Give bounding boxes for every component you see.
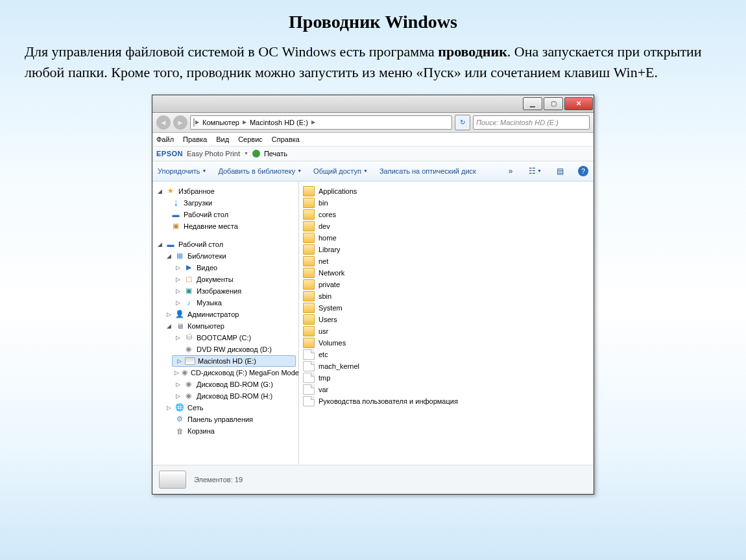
search-placeholder: Поиск: Macintosh HD (E:) [476,119,559,126]
list-item[interactable]: Users [300,314,592,325]
list-item[interactable]: var [300,384,592,395]
print-label[interactable]: Печать [264,150,287,158]
list-item[interactable]: mach_kernel [300,360,592,372]
tree-item[interactable]: ▷◉Дисковод BD-ROM (H:) [152,390,298,402]
list-item[interactable]: private [300,279,592,290]
folder-icon [303,314,315,325]
folder-icon [303,326,315,336]
print-icon [252,150,260,158]
list-item[interactable]: System [300,302,592,314]
folder-icon [303,233,315,243]
tree-item[interactable]: ▷🌐Сеть [152,402,298,414]
tree-item[interactable]: ▷▣Изображения [152,285,298,297]
tree-item[interactable]: ▷♪Музыка [152,297,298,309]
folder-icon [303,303,315,313]
list-item[interactable]: home [300,232,592,244]
menu-bar: Файл Правка Вид Сервис Справка [152,133,594,146]
tree-item[interactable]: ▷◉CD-дисковод (F:) MegaFon Modem [152,367,298,379]
list-item[interactable]: etc [300,349,592,360]
preview-pane-button[interactable]: ▤ [553,165,566,178]
navigation-bar: ◄ ► ▶ Компьютер ▶ Macintosh HD (E:) ▶ ↻ … [152,113,594,133]
window-titlebar: ▁ ▢ ✕ [152,95,594,113]
back-button[interactable]: ◄ [156,115,171,130]
address-bar[interactable]: ▶ Компьютер ▶ Macintosh HD (E:) ▶ [190,115,452,130]
tree-item[interactable]: ▷⛁BOOTCAMP (C:) [152,332,298,344]
list-item[interactable]: sbin [300,290,592,302]
list-item[interactable]: Applications [300,185,592,197]
list-item[interactable]: Library [300,244,592,255]
intro-paragraph: Для управления файловой системой в ОС Wi… [25,41,721,83]
folder-icon [303,268,315,278]
tree-item[interactable]: ▷👤Администратор [152,309,298,320]
menu-view[interactable]: Вид [216,135,229,143]
list-item[interactable]: tmp [300,372,592,384]
menu-edit[interactable]: Правка [183,135,207,143]
search-input[interactable]: Поиск: Macintosh HD (E:) [473,115,590,130]
close-button[interactable]: ✕ [564,97,593,110]
forward-button[interactable]: ► [173,115,187,130]
folder-icon [303,279,315,290]
folder-icon [303,256,315,266]
list-item[interactable]: Network [300,267,592,279]
tree-item[interactable]: ▷◉Дисковод BD-ROM (G:) [152,379,298,390]
tree-item[interactable]: ▣Недавние места [152,220,298,232]
page-title: Проводник Windows [25,12,721,32]
tree-item[interactable]: ▷▢Документы [152,274,298,285]
share-button[interactable]: Общий доступ▼ [313,167,368,175]
refresh-button[interactable]: ↻ [455,115,470,130]
folder-icon [303,291,315,301]
tree-item[interactable]: ◉DVD RW дисковод (D:) [152,344,298,355]
breadcrumb-item[interactable]: Компьютер [200,119,242,126]
status-bar: Элементов: 19 [152,465,594,494]
list-item[interactable]: cores [300,209,592,220]
epson-brand: EPSON [156,150,183,158]
list-item[interactable]: dev [300,220,592,232]
tree-desktop[interactable]: ◢▬Рабочий стол [152,239,298,250]
help-button[interactable]: ? [578,166,588,176]
maximize-button[interactable]: ▢ [544,97,563,110]
folder-icon [303,221,315,231]
tree-item[interactable]: ⚙Панель управления [152,414,298,425]
file-icon [303,361,315,371]
navigation-tree[interactable]: ◢★Избранное ⭳Загрузки ▬Рабочий стол ▣Нед… [152,181,299,465]
tree-item[interactable]: ▷▶Видео [152,262,298,274]
explorer-window: ▁ ▢ ✕ ◄ ► ▶ Компьютер ▶ Macintosh HD (E:… [152,95,594,495]
menu-help[interactable]: Справка [272,135,300,143]
epson-toolbar: EPSON Easy Photo Print ▼ Печать [152,146,594,161]
file-icon [303,373,315,383]
minimize-button[interactable]: ▁ [523,97,542,110]
burn-button[interactable]: Записать на оптический диск [379,167,476,175]
file-list[interactable]: Applications bin cores dev home Library … [299,181,594,465]
breadcrumb-item[interactable]: Macintosh HD (E:) [247,119,311,126]
file-icon [303,349,315,360]
tree-favorites[interactable]: ◢★Избранное [152,185,298,197]
tree-item[interactable]: ▬Рабочий стол [152,209,298,220]
view-options-button[interactable]: ☷▼ [529,165,542,178]
epson-product[interactable]: Easy Photo Print [187,150,240,158]
folder-icon [303,198,315,208]
tree-item[interactable]: 🗑Корзина [152,425,298,437]
tree-computer[interactable]: ◢🖥Компьютер [152,320,298,332]
add-library-button[interactable]: Добавить в библиотеку▼ [218,167,302,175]
folder-icon [303,338,315,348]
tree-item[interactable]: ⭳Загрузки [152,197,298,209]
menu-service[interactable]: Сервис [238,135,263,143]
folder-icon [303,244,315,255]
list-item[interactable]: usr [300,325,592,337]
folder-icon [303,186,315,196]
list-item[interactable]: Руководства пользователя и информация [300,395,592,407]
tree-libraries[interactable]: ◢▦Библиотеки [152,250,298,262]
folder-icon [303,209,315,220]
drive-icon [159,471,186,489]
file-icon [303,396,315,406]
file-icon [303,384,315,395]
status-text: Элементов: 19 [194,476,243,484]
list-item[interactable]: bin [300,197,592,209]
list-item[interactable]: net [300,255,592,267]
menu-file[interactable]: Файл [156,135,174,143]
tree-item-selected[interactable]: ▷Macintosh HD (E:) [172,355,296,367]
list-item[interactable]: Volumes [300,337,592,349]
more-button[interactable]: » [504,165,517,178]
organize-button[interactable]: Упорядочить▼ [158,167,206,175]
command-toolbar: Упорядочить▼ Добавить в библиотеку▼ Общи… [152,161,594,181]
